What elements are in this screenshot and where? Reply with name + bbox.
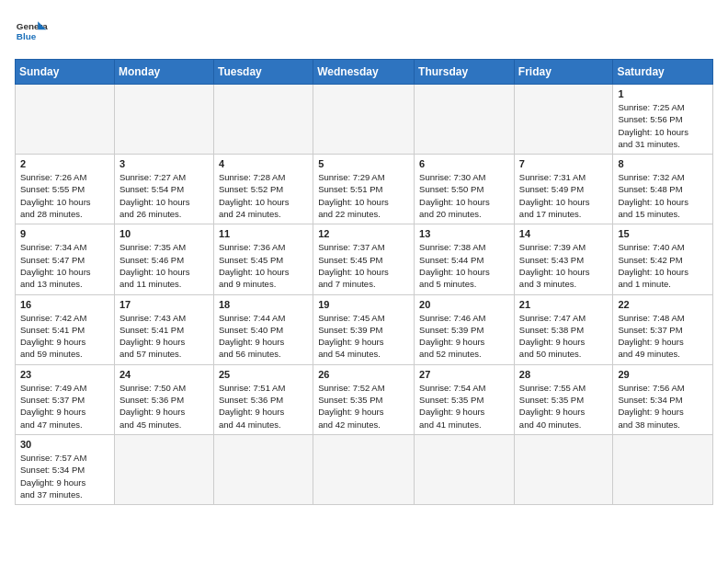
- day-info: Sunrise: 7:56 AM Sunset: 5:34 PM Dayligh…: [618, 382, 708, 431]
- day-info: Sunrise: 7:54 AM Sunset: 5:35 PM Dayligh…: [419, 382, 509, 431]
- calendar-cell: 19Sunrise: 7:45 AM Sunset: 5:39 PM Dayli…: [313, 294, 415, 364]
- day-number: 4: [219, 158, 308, 169]
- col-header-saturday: Saturday: [613, 60, 713, 85]
- week-row-1: 1Sunrise: 7:25 AM Sunset: 5:56 PM Daylig…: [16, 85, 713, 155]
- day-number: 22: [618, 299, 708, 310]
- page-header: General Blue: [15, 15, 713, 48]
- day-info: Sunrise: 7:55 AM Sunset: 5:35 PM Dayligh…: [519, 382, 609, 431]
- day-number: 16: [20, 299, 109, 310]
- day-number: 14: [519, 228, 609, 239]
- day-number: 30: [20, 439, 109, 450]
- week-row-4: 16Sunrise: 7:42 AM Sunset: 5:41 PM Dayli…: [16, 294, 713, 364]
- calendar-cell: 5Sunrise: 7:29 AM Sunset: 5:51 PM Daylig…: [313, 155, 415, 224]
- calendar-cell: 28Sunrise: 7:55 AM Sunset: 5:35 PM Dayli…: [514, 364, 613, 434]
- day-number: 9: [20, 228, 109, 239]
- day-number: 28: [519, 369, 609, 380]
- calendar-cell: [114, 434, 213, 504]
- day-info: Sunrise: 7:30 AM Sunset: 5:50 PM Dayligh…: [419, 171, 509, 220]
- calendar-cell: 10Sunrise: 7:35 AM Sunset: 5:46 PM Dayli…: [114, 224, 213, 294]
- day-info: Sunrise: 7:29 AM Sunset: 5:51 PM Dayligh…: [318, 171, 409, 220]
- day-info: Sunrise: 7:27 AM Sunset: 5:54 PM Dayligh…: [119, 171, 209, 220]
- week-row-3: 9Sunrise: 7:34 AM Sunset: 5:47 PM Daylig…: [16, 224, 713, 294]
- day-info: Sunrise: 7:48 AM Sunset: 5:37 PM Dayligh…: [618, 312, 708, 361]
- calendar-cell: [415, 85, 515, 155]
- day-info: Sunrise: 7:45 AM Sunset: 5:39 PM Dayligh…: [318, 312, 409, 361]
- day-info: Sunrise: 7:43 AM Sunset: 5:41 PM Dayligh…: [119, 312, 209, 361]
- calendar-cell: 24Sunrise: 7:50 AM Sunset: 5:36 PM Dayli…: [114, 364, 213, 434]
- calendar-cell: 14Sunrise: 7:39 AM Sunset: 5:43 PM Dayli…: [514, 224, 613, 294]
- calendar-cell: 9Sunrise: 7:34 AM Sunset: 5:47 PM Daylig…: [16, 224, 115, 294]
- day-number: 23: [20, 369, 109, 380]
- calendar-cell: 11Sunrise: 7:36 AM Sunset: 5:45 PM Dayli…: [213, 224, 313, 294]
- day-number: 20: [419, 299, 509, 310]
- calendar-cell: 22Sunrise: 7:48 AM Sunset: 5:37 PM Dayli…: [613, 294, 713, 364]
- day-info: Sunrise: 7:38 AM Sunset: 5:44 PM Dayligh…: [419, 241, 509, 290]
- col-header-sunday: Sunday: [16, 60, 115, 85]
- day-number: 15: [618, 228, 708, 239]
- day-info: Sunrise: 7:42 AM Sunset: 5:41 PM Dayligh…: [20, 312, 109, 361]
- calendar-cell: [213, 85, 313, 155]
- day-number: 26: [318, 369, 409, 380]
- calendar-cell: 8Sunrise: 7:32 AM Sunset: 5:48 PM Daylig…: [613, 155, 713, 224]
- calendar-cell: 12Sunrise: 7:37 AM Sunset: 5:45 PM Dayli…: [313, 224, 415, 294]
- day-number: 3: [119, 158, 209, 169]
- calendar-cell: 6Sunrise: 7:30 AM Sunset: 5:50 PM Daylig…: [415, 155, 515, 224]
- calendar-cell: 27Sunrise: 7:54 AM Sunset: 5:35 PM Dayli…: [415, 364, 515, 434]
- calendar-cell: 29Sunrise: 7:56 AM Sunset: 5:34 PM Dayli…: [613, 364, 713, 434]
- day-number: 12: [318, 228, 409, 239]
- calendar-cell: [514, 85, 613, 155]
- day-number: 5: [318, 158, 409, 169]
- calendar-cell: 26Sunrise: 7:52 AM Sunset: 5:35 PM Dayli…: [313, 364, 415, 434]
- calendar-cell: [514, 434, 613, 504]
- calendar-cell: 4Sunrise: 7:28 AM Sunset: 5:52 PM Daylig…: [213, 155, 313, 224]
- calendar-cell: 17Sunrise: 7:43 AM Sunset: 5:41 PM Dayli…: [114, 294, 213, 364]
- day-number: 7: [519, 158, 609, 169]
- day-info: Sunrise: 7:31 AM Sunset: 5:49 PM Dayligh…: [519, 171, 609, 220]
- calendar-cell: 25Sunrise: 7:51 AM Sunset: 5:36 PM Dayli…: [213, 364, 313, 434]
- day-number: 24: [119, 369, 209, 380]
- day-info: Sunrise: 7:51 AM Sunset: 5:36 PM Dayligh…: [219, 382, 308, 431]
- week-row-2: 2Sunrise: 7:26 AM Sunset: 5:55 PM Daylig…: [16, 155, 713, 224]
- calendar-cell: [114, 85, 213, 155]
- svg-text:Blue: Blue: [17, 31, 37, 41]
- day-info: Sunrise: 7:25 AM Sunset: 5:56 PM Dayligh…: [618, 101, 708, 150]
- day-info: Sunrise: 7:49 AM Sunset: 5:37 PM Dayligh…: [20, 382, 109, 431]
- logo-icon: General Blue: [15, 15, 48, 48]
- calendar-cell: [613, 434, 713, 504]
- week-row-5: 23Sunrise: 7:49 AM Sunset: 5:37 PM Dayli…: [16, 364, 713, 434]
- calendar-cell: 16Sunrise: 7:42 AM Sunset: 5:41 PM Dayli…: [16, 294, 115, 364]
- calendar-cell: [213, 434, 313, 504]
- day-number: 19: [318, 299, 409, 310]
- day-number: 11: [219, 228, 308, 239]
- calendar-cell: 23Sunrise: 7:49 AM Sunset: 5:37 PM Dayli…: [16, 364, 115, 434]
- week-row-6: 30Sunrise: 7:57 AM Sunset: 5:34 PM Dayli…: [16, 434, 713, 504]
- day-info: Sunrise: 7:52 AM Sunset: 5:35 PM Dayligh…: [318, 382, 409, 431]
- logo: General Blue: [15, 15, 48, 48]
- col-header-wednesday: Wednesday: [313, 60, 415, 85]
- svg-text:General: General: [17, 21, 48, 31]
- calendar-cell: [415, 434, 515, 504]
- day-number: 10: [119, 228, 209, 239]
- day-number: 27: [419, 369, 509, 380]
- day-number: 18: [219, 299, 308, 310]
- day-info: Sunrise: 7:35 AM Sunset: 5:46 PM Dayligh…: [119, 241, 209, 290]
- day-info: Sunrise: 7:28 AM Sunset: 5:52 PM Dayligh…: [219, 171, 308, 220]
- calendar-cell: 13Sunrise: 7:38 AM Sunset: 5:44 PM Dayli…: [415, 224, 515, 294]
- col-header-monday: Monday: [114, 60, 213, 85]
- calendar-cell: 30Sunrise: 7:57 AM Sunset: 5:34 PM Dayli…: [16, 434, 115, 504]
- calendar-cell: [16, 85, 115, 155]
- day-number: 6: [419, 158, 509, 169]
- day-number: 8: [618, 158, 708, 169]
- day-number: 2: [20, 158, 109, 169]
- day-info: Sunrise: 7:50 AM Sunset: 5:36 PM Dayligh…: [119, 382, 209, 431]
- day-number: 21: [519, 299, 609, 310]
- day-info: Sunrise: 7:34 AM Sunset: 5:47 PM Dayligh…: [20, 241, 109, 290]
- day-info: Sunrise: 7:39 AM Sunset: 5:43 PM Dayligh…: [519, 241, 609, 290]
- col-header-tuesday: Tuesday: [213, 60, 313, 85]
- col-header-thursday: Thursday: [415, 60, 515, 85]
- calendar-cell: [313, 434, 415, 504]
- day-info: Sunrise: 7:37 AM Sunset: 5:45 PM Dayligh…: [318, 241, 409, 290]
- calendar-cell: 20Sunrise: 7:46 AM Sunset: 5:39 PM Dayli…: [415, 294, 515, 364]
- calendar-cell: 2Sunrise: 7:26 AM Sunset: 5:55 PM Daylig…: [16, 155, 115, 224]
- calendar-cell: 3Sunrise: 7:27 AM Sunset: 5:54 PM Daylig…: [114, 155, 213, 224]
